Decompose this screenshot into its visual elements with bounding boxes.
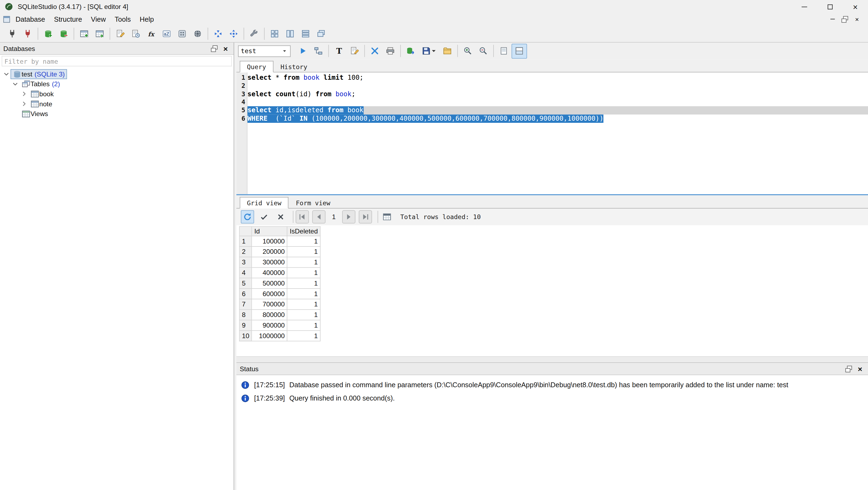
export-tables-button[interactable] [92,26,107,41]
tab-grid-view[interactable]: Grid view [240,197,288,208]
next-page-button[interactable] [342,210,355,223]
open-function-editor-button[interactable]: fx [143,26,159,41]
tree-item-book[interactable]: book [0,89,234,99]
grid-cell[interactable]: 1 [287,236,320,247]
remove-database-button[interactable] [56,26,71,41]
grid-row-number[interactable]: 4 [239,267,252,278]
mdi-minimize-button[interactable] [827,14,838,24]
grid-cell[interactable]: 700000 [252,299,287,310]
grid-row-number[interactable]: 7 [239,299,252,310]
column-header-isdeleted[interactable]: IsDeleted [287,227,320,236]
tree-expanded-icon[interactable] [2,70,10,78]
explain-query-plan-button[interactable] [311,43,326,58]
grid-row-number[interactable]: 9 [239,320,252,331]
filter-by-name-input[interactable] [2,56,232,66]
minimize-button[interactable] [792,0,817,13]
connect-button[interactable] [4,26,20,41]
grid-row-number[interactable]: 3 [239,257,252,268]
grid-cell[interactable]: 1 [287,299,320,310]
grid-cell[interactable]: 1 [287,267,320,278]
open-extension-manager-button[interactable] [175,26,190,41]
tile-vertical-button[interactable] [282,26,298,41]
page-number[interactable]: 1 [329,213,339,221]
tab-form-view[interactable]: Form view [289,197,338,208]
menu-database[interactable]: Database [11,14,50,24]
grid-row-number[interactable]: 2 [239,247,252,257]
tab-history[interactable]: History [273,61,314,72]
prev-page-button[interactable] [312,210,326,223]
print-button[interactable] [382,43,398,58]
grid-cell[interactable]: 500000 [252,278,287,289]
menu-view[interactable]: View [87,14,110,24]
grid-cell[interactable]: 100000 [252,236,287,247]
column-header-id[interactable]: Id [252,227,287,236]
tree-item-note[interactable]: note [0,99,234,109]
save-dropdown-icon[interactable] [431,46,436,55]
find-next-button[interactable] [476,43,491,58]
grid-cell[interactable]: 300000 [252,257,287,268]
menu-help[interactable]: Help [135,14,158,24]
open-ddl-history-button[interactable] [128,26,143,41]
tree-expanded-icon[interactable] [11,80,20,88]
tree-collapsed-icon[interactable] [20,100,28,108]
float-status-panel-button[interactable] [844,364,853,374]
close-databases-panel-button[interactable]: × [221,44,230,53]
maximize-button[interactable] [817,0,842,13]
configuration-button[interactable] [246,26,262,41]
open-collation-editor-button[interactable]: aZ [159,26,175,41]
grid-cell[interactable]: 600000 [252,289,287,299]
clear-history-button[interactable] [367,43,382,58]
grid-corner[interactable] [239,227,252,236]
grid-row-number[interactable]: 1 [239,236,252,247]
grid-row-number[interactable]: 8 [239,310,252,320]
tile-horizontal-button[interactable] [298,26,313,41]
grid-row-number[interactable]: 6 [239,289,252,299]
add-database-button[interactable] [40,26,56,41]
commit-button[interactable] [257,210,271,223]
tree-item-views[interactable]: Views [0,109,234,119]
fit-windows-button[interactable] [210,26,226,41]
convert-database-button[interactable] [190,26,206,41]
close-status-panel-button[interactable]: × [855,364,865,374]
rollback-button[interactable] [274,210,287,223]
execute-query-button[interactable] [295,43,310,58]
grid-cell[interactable]: 1 [287,331,320,341]
disconnect-button[interactable] [20,26,35,41]
tree-item-tables[interactable]: Tables(2) [0,79,234,89]
menu-tools[interactable]: Tools [110,14,135,24]
import-tables-button[interactable] [76,26,92,41]
sql-editor[interactable]: 123456 select * from book limit 100;sele… [236,72,868,195]
panel-splitter[interactable] [234,42,236,490]
last-page-button[interactable] [359,210,372,223]
tab-query[interactable]: Query [240,61,273,72]
grid-cell[interactable]: 400000 [252,267,287,278]
grid-cell[interactable]: 1 [287,247,320,257]
tile-windows-button[interactable] [267,26,282,41]
tree-item-test[interactable]: test(SQLite 3) [0,69,234,79]
tree-collapsed-icon[interactable] [20,90,28,98]
mdi-close-button[interactable]: × [851,14,863,24]
open-sql-editor-button[interactable] [112,26,128,41]
mdi-restore-button[interactable] [839,14,850,24]
grid-cell[interactable]: 1 [287,257,320,268]
grid-row-number[interactable]: 5 [239,278,252,289]
grid-cell[interactable]: 1 [287,278,320,289]
results-in-tab-button[interactable] [496,43,512,58]
database-combo[interactable]: test [238,45,290,57]
menu-structure[interactable]: Structure [50,14,87,24]
first-page-button[interactable] [296,210,309,223]
filter-data-button[interactable] [380,210,394,223]
find-button[interactable] [460,43,475,58]
grid-cell[interactable]: 200000 [252,247,287,257]
close-button[interactable]: × [842,0,868,13]
grid-cell[interactable]: 1 [287,289,320,299]
save-sql-button[interactable] [418,43,440,58]
cascade-windows-button[interactable] [313,26,329,41]
grid-cell[interactable]: 800000 [252,310,287,320]
grid-row-number[interactable]: 10 [239,331,252,341]
window-menu-icon[interactable] [2,14,11,24]
export-results-button[interactable] [403,43,418,58]
grid-cell[interactable]: 1000000 [252,331,287,341]
grid-cell[interactable]: 1 [287,320,320,331]
results-scrollbar[interactable] [236,356,868,362]
